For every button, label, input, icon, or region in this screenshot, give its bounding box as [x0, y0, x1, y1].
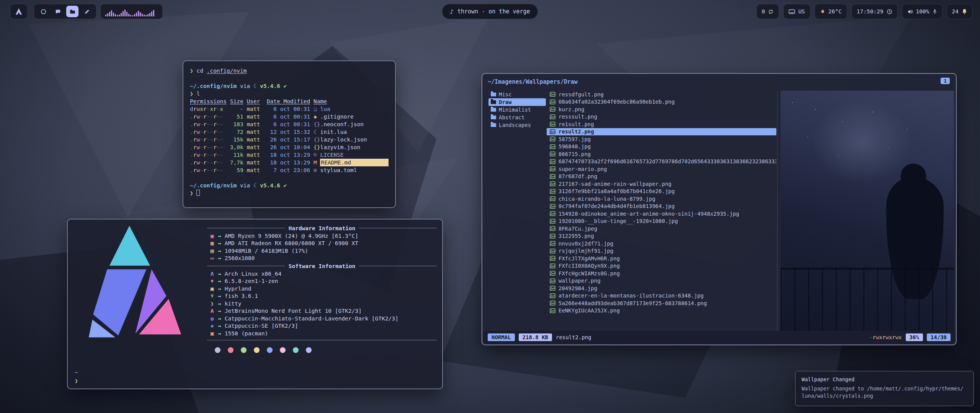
file-item[interactable]: 3122955.png: [547, 233, 776, 240]
terminal-color-palette: [215, 347, 437, 353]
image-file-icon: [550, 174, 555, 179]
file-item[interactable]: FXfcJlTXgAMvH6R.png: [547, 255, 776, 262]
filetype-icon: M: [310, 159, 320, 166]
clock-widget[interactable]: 17:50:29: [851, 4, 898, 19]
info-value: Catppuccin-Macchiato-Standard-Lavender-D…: [225, 315, 399, 322]
info-row: Λ → Arch Linux x86_64: [207, 270, 437, 278]
info-row: ▣ → Hyprland: [207, 285, 437, 293]
size-cell: 3,0k: [227, 143, 243, 151]
image-file-icon: [550, 219, 555, 224]
file-item[interactable]: resssult.png: [547, 113, 776, 121]
workspace-chat[interactable]: [52, 6, 64, 17]
volume-widget[interactable]: 100%: [902, 4, 942, 19]
shell-prompt-icon[interactable]: ❯: [75, 378, 78, 384]
image-file-icon: [550, 286, 555, 291]
file-item[interactable]: 3126f7e9bbf21a8a4af0b67b041c6e26.jpg: [547, 188, 776, 195]
temperature-widget[interactable]: 26°C: [815, 4, 847, 19]
file-item[interactable]: 08a634fa02a32364f69ebc86a98eb1eb.png: [547, 98, 776, 106]
file-item[interactable]: chica-mirando-la-luna-8799.jpg: [547, 195, 776, 203]
shell-prompt-icon: ❯: [190, 68, 193, 74]
file-item[interactable]: FXfcHgcWIAMzs0G.png: [547, 270, 776, 277]
sidebar-folder-item[interactable]: Draw: [488, 98, 546, 106]
sidebar-folder-item[interactable]: Misc: [488, 91, 546, 98]
file-name: kurz.png: [559, 106, 584, 112]
terminal-window[interactable]: ❯ cd .config/nvim ~/.config/nvim via ☾ v…: [183, 60, 396, 208]
file-item[interactable]: rsjqojlmjhf91.jpg: [547, 247, 776, 255]
file-item[interactable]: wallpaper.png: [547, 277, 776, 285]
file-item[interactable]: 20492984.jpg: [547, 285, 776, 292]
folder-name: Minimalist: [499, 107, 531, 113]
image-file-icon: [550, 263, 555, 268]
user-cell: matt: [243, 166, 263, 174]
stars: [792, 102, 793, 103]
file-item[interactable]: EeNKYgIUcAAJ5JX.png: [547, 307, 776, 315]
terminal-input-line[interactable]: ❯: [190, 189, 389, 197]
filesize-badge: 218.8 KB: [519, 333, 552, 341]
app-launcher-button[interactable]: [10, 4, 28, 19]
workspace-edit[interactable]: [81, 6, 93, 17]
updates-widget[interactable]: 0: [756, 4, 779, 19]
keyboard-layout-widget[interactable]: US: [783, 4, 810, 19]
file-name: 5a266e448add93deab367d87173e9f25-6837886…: [559, 300, 707, 306]
terminal-context-line: ~/.config/nvim via ☾ v5.4.6 ✔: [190, 182, 389, 189]
file-name: 20492984.jpg: [559, 285, 597, 291]
file-item[interactable]: super-mario.png: [547, 165, 776, 173]
filename-cell: lua: [320, 105, 389, 113]
file-item[interactable]: 866715.png: [547, 150, 776, 158]
file-item[interactable]: 217167-sad-anime-rain-wallpaper.png: [547, 180, 776, 188]
system-graph-widget[interactable]: [100, 4, 163, 19]
file-item[interactable]: 0c794faf07de24a4db4d4fb1eb813964.jpg: [547, 203, 776, 210]
arrow-icon: →: [218, 293, 221, 299]
file-item[interactable]: result2.png: [547, 128, 776, 136]
notification-toast[interactable]: Wallpaper Changed Wallpaper changed to /…: [795, 371, 974, 406]
file-item[interactable]: 87r687df.png: [547, 173, 776, 180]
file-item[interactable]: 596848.jpg: [547, 143, 776, 151]
file-name: 68747470733a2f2f696d616765732d7769786d70…: [559, 158, 776, 164]
file-item[interactable]: 19201080-__blue-tinge__-1920×1080.jpg: [547, 218, 776, 225]
sidebar-folder-item[interactable]: Minimalist: [488, 106, 546, 114]
image-file-icon: [550, 159, 555, 164]
workspace-switcher: [34, 4, 96, 19]
info-icon: Λ: [207, 271, 217, 277]
folder-name: Misc: [499, 91, 512, 98]
permissions-cell: .rw-r--r--: [190, 113, 227, 120]
permissions-cell: .rw-r--r--: [190, 143, 227, 151]
file-item[interactable]: nnvuv0xj2df71.jpg: [547, 240, 776, 247]
file-name: rsjqojlmjhf91.jpg: [559, 248, 613, 254]
image-file-icon: [550, 114, 555, 119]
media-player-widget[interactable]: ♪ thrown - on the verge: [442, 4, 538, 19]
image-file-icon: [550, 211, 555, 216]
listing-row: .rw-r--r-- 183 matt 6 oct 00:31 {} .neoc…: [190, 120, 389, 128]
file-item[interactable]: ressdfgult.png: [547, 91, 776, 98]
info-value: fish 3.6.1: [225, 293, 258, 299]
info-value: AMD ATI Radeon RX 6800/6800 XT / 6900 XT: [225, 240, 358, 246]
clock-value: 17:50:29: [857, 8, 884, 15]
scroll-percent-badge: 36%: [906, 333, 923, 341]
info-value: 980x413: [225, 255, 255, 261]
user-cell: matt: [243, 113, 263, 120]
sidebar-folder-item[interactable]: Landscapes: [488, 121, 546, 129]
file-manager-window[interactable]: ~/Imagenes/Wallpapers/Draw 1 Misc Draw M…: [482, 73, 957, 345]
notifications-widget[interactable]: 24: [947, 4, 973, 19]
filename-cell: init.lua: [320, 128, 389, 136]
workspace-files[interactable]: [66, 6, 78, 17]
filename-cell: LICENSE: [320, 151, 389, 159]
temperature-value: 26°C: [828, 8, 842, 15]
filetype-icon: ◆: [310, 113, 320, 120]
file-item[interactable]: 68747470733a2f2f696d616765732d7769786d70…: [547, 158, 776, 166]
file-item[interactable]: kurz.png: [547, 106, 776, 113]
file-item[interactable]: 587597.jpg: [547, 135, 776, 143]
file-name: ressdfgult.png: [559, 91, 604, 98]
file-item[interactable]: 8FKa7Cu.jpeg: [547, 225, 776, 233]
file-item[interactable]: FXfcII0X0AQyn9X.png: [547, 262, 776, 270]
info-value: AMD Ryzen 9 5900X (24) @ 4.9GHz [61.3°C]: [225, 233, 358, 239]
file-item[interactable]: 154928-odinokoe_anime-art-anime-okno-sin…: [547, 210, 776, 218]
arch-logo-icon: [15, 8, 23, 15]
file-item[interactable]: 5a266e448add93deab367d87173e9f25-6837886…: [547, 299, 776, 307]
workspace-browser[interactable]: [37, 6, 49, 17]
file-item[interactable]: atardecer-en-la-montanas-ilustracion-634…: [547, 292, 776, 300]
sidebar-folder-item[interactable]: Abstract: [488, 114, 546, 121]
system-info-window[interactable]: Hardware Information ▣ → AMD Ryzen 9 590…: [67, 219, 443, 389]
file-item[interactable]: re1sult.png: [547, 120, 776, 128]
notification-count: 24: [952, 8, 959, 15]
